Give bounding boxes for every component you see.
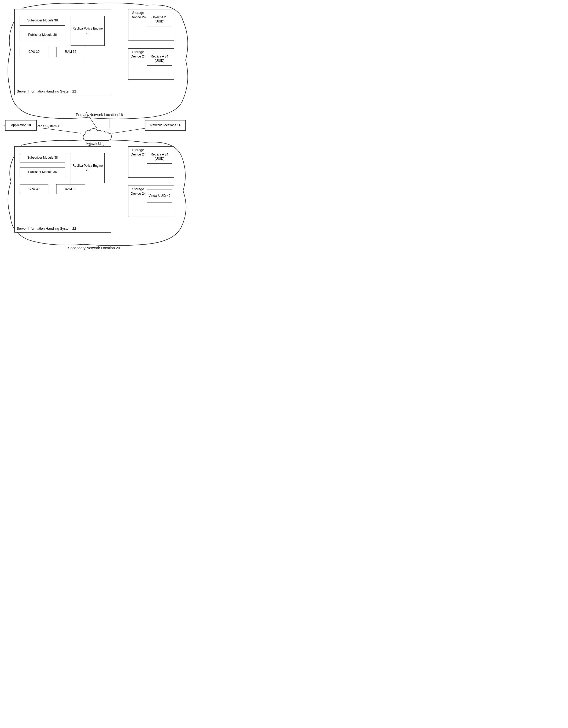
diagram: Primary Network Location 16 Secondary Ne… — [0, 0, 204, 261]
primary-replica-policy-engine: Replica Policy Engine 28 — [71, 16, 105, 46]
primary-storage-device-1: Storage Device 24 Object A 26 (UUID) — [128, 9, 174, 41]
secondary-cpu: CPU 30 — [20, 184, 48, 194]
primary-subscriber-module: Subscriber Module 38 — [20, 16, 65, 26]
network-locations-box: Network Locations 14 — [145, 120, 186, 131]
primary-replica-a: Replica A 34 (UUID) — [147, 52, 172, 66]
primary-object-a: Object A 26 (UUID) — [147, 13, 172, 26]
secondary-ram: RAM 32 — [56, 184, 85, 194]
secondary-storage-device-2: Storage Device 24 Virtual UUID 40 — [128, 186, 174, 217]
primary-publisher-module: Publisher Module 36 — [20, 30, 65, 40]
svg-text:Network 12: Network 12 — [86, 142, 101, 145]
secondary-subscriber-module: Subscriber Module 38 — [20, 153, 65, 163]
application-box: Application 18 — [5, 120, 37, 131]
primary-cpu: CPU 30 — [20, 47, 48, 57]
secondary-network-label: Secondary Network Location 20 — [68, 246, 120, 250]
svg-line-3 — [112, 128, 146, 133]
secondary-storage-device-1: Storage Device 24 Replica A 34 (UUID) — [128, 146, 174, 178]
secondary-replica-policy-engine: Replica Policy Engine 28 — [71, 153, 105, 183]
network-cloud: Network 12 — [80, 125, 114, 146]
primary-ram: RAM 32 — [56, 47, 85, 57]
secondary-publisher-module: Publisher Module 36 — [20, 167, 65, 177]
secondary-virtual-uuid: Virtual UUID 40 — [147, 189, 172, 203]
svg-line-2 — [42, 128, 81, 133]
primary-network-label: Primary Network Location 16 — [76, 112, 123, 117]
primary-storage-device-2: Storage Device 24 Replica A 34 (UUID) — [128, 48, 174, 80]
secondary-replica-a: Replica A 34 (UUID) — [147, 150, 172, 164]
